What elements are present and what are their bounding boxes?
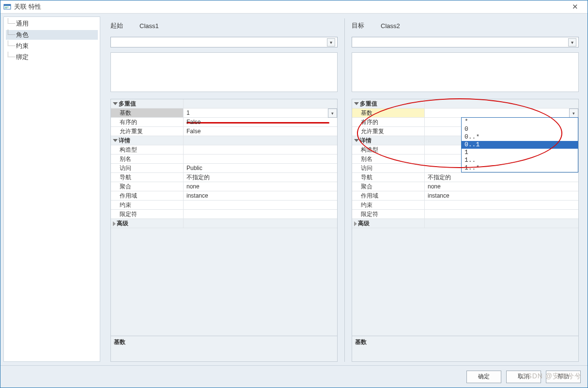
svg-rect-2 — [5, 7, 9, 7]
source-row-constraint[interactable]: 约束 — [111, 201, 337, 210]
target-row-scope[interactable]: 作用域instance — [352, 191, 578, 201]
source-row-cardinality[interactable]: 基数 1 ▾ — [111, 109, 337, 118]
source-row-aggregation[interactable]: 聚合none — [111, 182, 337, 191]
target-notes[interactable] — [352, 52, 579, 92]
sidebar: 通用角色约束绑定 — [3, 16, 100, 362]
target-row-navigation[interactable]: 导航不指定的 — [352, 173, 578, 182]
source-group-multiplicity[interactable]: 多重值 — [111, 99, 337, 109]
target-header: 目标 Class2 — [352, 21, 579, 30]
source-header-class: Class1 — [139, 22, 159, 30]
source-row-alias[interactable]: 别名 — [111, 155, 337, 164]
source-row-access[interactable]: 访问Public — [111, 164, 337, 173]
source-footer-label: 基数 — [111, 336, 337, 361]
chevron-down-icon: ▾ — [568, 38, 576, 47]
source-group-detail[interactable]: 详情 — [111, 136, 337, 145]
target-header-label: 目标 — [352, 21, 381, 30]
svg-rect-1 — [4, 4, 11, 6]
source-row-navigation[interactable]: 导航不指定的 — [111, 173, 337, 182]
dropdown-option[interactable]: 1.. — [462, 156, 578, 164]
source-row-qualifier[interactable]: 限定符 — [111, 210, 337, 219]
chevron-down-icon: ▾ — [327, 38, 335, 47]
window-title: 关联 特性 — [14, 2, 565, 11]
sidebar-item-3[interactable]: 绑定 — [6, 52, 98, 62]
dialog-window: 关联 特性 ✕ 通用角色约束绑定 起始 Class1 ▾ — [0, 0, 588, 388]
dropdown-option[interactable]: 1..* — [462, 164, 578, 172]
app-icon — [3, 3, 11, 11]
source-row-allow-duplicate[interactable]: 允许重复 False — [111, 127, 337, 136]
target-panel: 目标 Class2 ▾ 多重值 基数 — [344, 18, 586, 362]
chevron-down-icon[interactable]: ▾ — [569, 109, 578, 118]
source-header-label: 起始 — [110, 21, 139, 30]
cancel-button[interactable]: 取消 — [506, 371, 541, 383]
close-icon[interactable]: ✕ — [565, 2, 585, 11]
source-panel: 起始 Class1 ▾ 多重值 基数 1 — [104, 18, 344, 362]
target-footer-label: 基数 — [352, 336, 578, 361]
center-panels: 起始 Class1 ▾ 多重值 基数 1 — [102, 14, 588, 365]
source-row-stereotype[interactable]: 构造型 — [111, 145, 337, 155]
dropdown-option[interactable]: 0..1 — [462, 141, 578, 149]
sidebar-item-0[interactable]: 通用 — [6, 19, 98, 29]
ok-button[interactable]: 确定 — [466, 371, 501, 383]
target-group-advanced[interactable]: 高级 — [352, 219, 578, 228]
button-bar: 确定 取消 帮助 — [0, 365, 588, 388]
target-role-combo[interactable]: ▾ — [352, 37, 579, 47]
target-row-aggregation[interactable]: 聚合none — [352, 182, 578, 191]
dropdown-option[interactable]: * — [462, 118, 578, 125]
sidebar-item-2[interactable]: 约束 — [6, 41, 98, 51]
dropdown-option[interactable]: 0 — [462, 125, 578, 133]
source-header: 起始 Class1 — [110, 21, 338, 30]
target-row-constraint[interactable]: 约束 — [352, 201, 578, 210]
source-row-ordered[interactable]: 有序的 False — [111, 118, 337, 127]
target-row-qualifier[interactable]: 限定符 — [352, 210, 578, 219]
source-group-advanced[interactable]: 高级 — [111, 219, 337, 228]
dropdown-option[interactable]: 0..* — [462, 133, 578, 141]
help-button[interactable]: 帮助 — [546, 371, 581, 383]
sidebar-item-1[interactable]: 角色 — [6, 30, 98, 40]
target-group-multiplicity[interactable]: 多重值 — [352, 99, 578, 109]
titlebar: 关联 特性 ✕ — [0, 0, 588, 14]
dropdown-option[interactable]: 1 — [462, 149, 578, 156]
source-propgrid: 多重值 基数 1 ▾ 有序的 False — [110, 99, 338, 362]
source-role-combo[interactable]: ▾ — [110, 37, 338, 47]
source-notes[interactable] — [110, 52, 338, 92]
svg-rect-3 — [5, 8, 7, 8]
chevron-down-icon[interactable]: ▾ — [328, 109, 337, 118]
target-propgrid: 多重值 基数 ▾ *00..*0..111..1..* 有序的 — [352, 99, 579, 362]
target-header-class: Class2 — [381, 22, 400, 30]
source-row-scope[interactable]: 作用域instance — [111, 191, 337, 201]
target-row-cardinality[interactable]: 基数 ▾ *00..*0..111..1..* — [352, 109, 578, 118]
cardinality-dropdown[interactable]: *00..*0..111..1..* — [461, 117, 578, 172]
